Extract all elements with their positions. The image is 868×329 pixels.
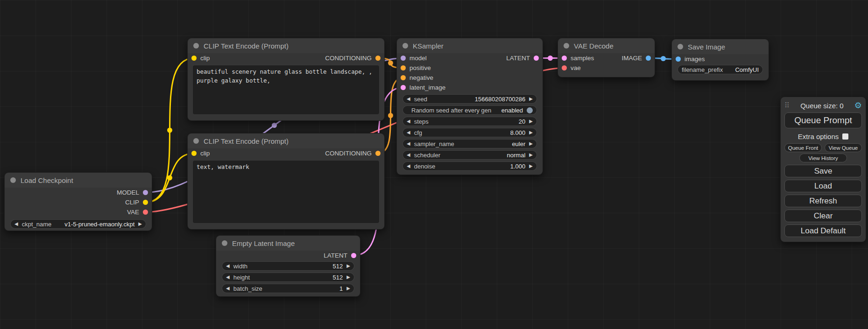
conditioning-output-port[interactable] (375, 151, 381, 156)
decrement-arrow-icon[interactable]: ◀ (14, 222, 18, 226)
decrement-arrow-icon[interactable]: ◀ (407, 153, 410, 157)
node-load-checkpoint[interactable]: Load Checkpoint MODEL CLIP VAE ◀ ckpt_na… (4, 172, 152, 231)
view-history-button[interactable]: View History (799, 154, 847, 162)
node-collapse-dot-icon[interactable] (193, 43, 199, 49)
image-output-port[interactable] (646, 56, 651, 61)
save-button[interactable]: Save (784, 165, 862, 177)
negative-prompt-textarea[interactable]: text, watermark (192, 160, 380, 224)
model-input-port[interactable] (401, 56, 406, 61)
clip-output-port[interactable] (143, 200, 148, 205)
node-title-bar: KSampler (397, 38, 543, 53)
queue-prompt-button[interactable]: Queue Prompt (784, 112, 862, 128)
decrement-arrow-icon[interactable]: ◀ (226, 286, 230, 291)
node-empty-latent-image[interactable]: Empty Latent Image LATENT ◀ width 512 ▶ … (216, 235, 360, 297)
cfg-widget[interactable]: ◀ cfg 8.000 ▶ (402, 128, 537, 137)
ckpt-name-widget[interactable]: ◀ ckpt_name v1-5-pruned-emaonly.ckpt ▶ (10, 219, 146, 229)
positive-prompt-textarea[interactable]: beautiful scenery nature glass bottle la… (192, 65, 380, 115)
node-title: CLIP Text Encode (Prompt) (204, 137, 289, 145)
clip-input-port[interactable] (191, 151, 197, 156)
positive-input-port[interactable] (401, 65, 406, 70)
increment-arrow-icon[interactable]: ▶ (529, 130, 533, 135)
vae-output-port[interactable] (143, 210, 148, 215)
sampler-name-widget[interactable]: ◀ sampler_name euler ▶ (402, 139, 537, 148)
decrement-arrow-icon[interactable]: ◀ (407, 141, 410, 146)
model-output-port[interactable] (143, 190, 148, 195)
latent-image-input-port[interactable] (401, 85, 406, 90)
width-widget[interactable]: ◀ width 512 ▶ (222, 261, 354, 271)
decrement-arrow-icon[interactable]: ◀ (407, 97, 410, 101)
output-row: CLIP (5, 197, 152, 207)
model-input-label: model (409, 55, 427, 62)
latent-output-port[interactable] (351, 253, 356, 258)
clip-output-label: CLIP (125, 199, 139, 206)
node-collapse-dot-icon[interactable] (402, 43, 408, 49)
seed-widget[interactable]: ◀ seed 156680208700286 ▶ (402, 94, 537, 104)
increment-arrow-icon[interactable]: ▶ (346, 264, 350, 268)
images-input-port[interactable] (676, 56, 681, 62)
extra-options-checkbox[interactable] (842, 133, 848, 140)
node-title: CLIP Text Encode (Prompt) (204, 42, 289, 50)
random-seed-toggle-widget[interactable]: Random seed after every gen enabled (402, 105, 537, 115)
samples-input-port[interactable] (562, 56, 567, 61)
latent-output-port[interactable] (534, 56, 539, 61)
batch-size-widget[interactable]: ◀ batch_size 1 ▶ (222, 284, 354, 293)
widget-label: width (233, 263, 247, 270)
scheduler-widget[interactable]: ◀ scheduler normal ▶ (402, 150, 537, 160)
output-row: LATENT (501, 53, 543, 63)
decrement-arrow-icon[interactable]: ◀ (226, 264, 230, 268)
negative-input-port[interactable] (401, 75, 406, 80)
increment-arrow-icon[interactable]: ▶ (529, 119, 533, 124)
decrement-arrow-icon[interactable]: ◀ (226, 275, 230, 280)
increment-arrow-icon[interactable]: ▶ (529, 97, 533, 101)
image-output-label: IMAGE (621, 55, 642, 62)
widget-label: seed (414, 96, 427, 103)
output-row: MODEL (5, 188, 152, 197)
queue-front-button[interactable]: Queue Front (784, 143, 822, 152)
denoise-widget[interactable]: ◀ denoise 1.000 ▶ (402, 161, 537, 171)
height-widget[interactable]: ◀ height 512 ▶ (222, 273, 354, 282)
increment-arrow-icon[interactable]: ▶ (529, 153, 533, 157)
increment-arrow-icon[interactable]: ▶ (346, 275, 350, 280)
node-collapse-dot-icon[interactable] (222, 240, 227, 246)
settings-gear-icon[interactable]: ⚙ (854, 100, 862, 111)
refresh-button[interactable]: Refresh (784, 195, 862, 207)
widget-value: euler (512, 140, 525, 147)
input-row: positive (397, 63, 543, 73)
vae-input-port[interactable] (562, 65, 567, 70)
output-row: IMAGE (616, 53, 655, 63)
decrement-arrow-icon[interactable]: ◀ (407, 130, 410, 135)
node-clip-text-encode-positive[interactable]: CLIP Text Encode (Prompt) clip CONDITION… (187, 38, 385, 121)
increment-arrow-icon[interactable]: ▶ (529, 141, 533, 146)
node-ksampler[interactable]: KSampler model positive negative latent_… (396, 38, 543, 175)
load-default-button[interactable]: Load Default (784, 224, 862, 237)
widget-value: 20 (519, 118, 525, 125)
node-clip-text-encode-negative[interactable]: CLIP Text Encode (Prompt) clip CONDITION… (187, 133, 385, 230)
filename-prefix-widget[interactable]: filename_prefix ComfyUI (677, 65, 763, 74)
drag-handle-icon[interactable]: ⠿ (784, 101, 790, 110)
toggle-on-icon[interactable] (527, 107, 533, 113)
images-input-label: images (685, 56, 705, 63)
widget-value: 156680208700286 (475, 96, 525, 103)
clear-button[interactable]: Clear (784, 210, 862, 222)
view-queue-button[interactable]: View Queue (825, 143, 862, 152)
clip-input-port[interactable] (191, 56, 197, 61)
decrement-arrow-icon[interactable]: ◀ (407, 119, 410, 124)
node-title: Load Checkpoint (21, 176, 73, 184)
node-collapse-dot-icon[interactable] (193, 138, 199, 144)
node-vae-decode[interactable]: VAE Decode samples vae IMAGE (557, 38, 655, 77)
decrement-arrow-icon[interactable]: ◀ (407, 164, 410, 168)
increment-arrow-icon[interactable]: ▶ (346, 286, 350, 291)
node-title-bar: VAE Decode (558, 38, 655, 53)
node-collapse-dot-icon[interactable] (564, 43, 569, 49)
conditioning-output-port[interactable] (375, 56, 381, 61)
increment-arrow-icon[interactable]: ▶ (529, 164, 533, 168)
widget-value: ComfyUI (735, 66, 759, 73)
increment-arrow-icon[interactable]: ▶ (138, 222, 142, 226)
node-save-image[interactable]: Save Image images filename_prefix ComfyU… (671, 39, 769, 81)
vae-output-label: VAE (127, 209, 139, 216)
node-collapse-dot-icon[interactable] (10, 177, 16, 183)
node-collapse-dot-icon[interactable] (677, 44, 683, 49)
steps-widget[interactable]: ◀ steps 20 ▶ (402, 117, 537, 126)
load-button[interactable]: Load (784, 180, 862, 192)
conditioning-output-label: CONDITIONING (325, 55, 372, 62)
